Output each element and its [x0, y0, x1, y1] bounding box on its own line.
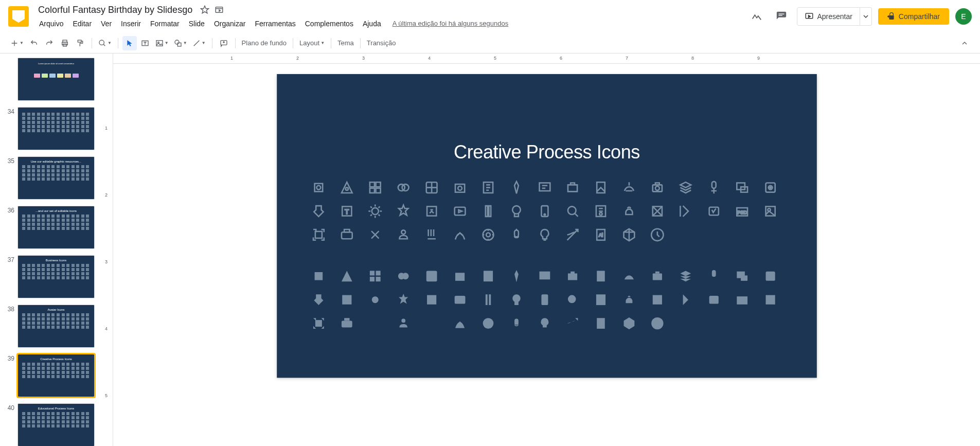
- creative-icon[interactable]: [621, 315, 637, 331]
- creative-icon[interactable]: [452, 315, 468, 331]
- creative-icon[interactable]: [536, 180, 552, 195]
- creative-icon[interactable]: [508, 315, 524, 331]
- document-title[interactable]: Colorful Fantasy Birthday by Slidesgo: [35, 4, 195, 16]
- creative-icon[interactable]: [480, 227, 496, 243]
- creative-icon[interactable]: [395, 203, 411, 219]
- user-avatar[interactable]: E: [955, 8, 972, 25]
- new-slide-button[interactable]: ▼: [8, 36, 26, 50]
- star-icon[interactable]: [200, 5, 210, 15]
- filmstrip[interactable]: Lorem ipsum dolor sit amet consectetur34…: [0, 53, 103, 446]
- menu-insert[interactable]: Inserir: [117, 17, 145, 30]
- creative-icon[interactable]: [621, 227, 637, 243]
- menu-help[interactable]: Ajuda: [359, 17, 385, 30]
- creative-icon[interactable]: [564, 315, 580, 331]
- background-button[interactable]: Plano de fundo: [240, 36, 289, 50]
- creative-icon[interactable]: [536, 227, 552, 243]
- creative-icon[interactable]: [536, 292, 552, 308]
- transition-button[interactable]: Transição: [365, 36, 398, 50]
- creative-icon[interactable]: [762, 180, 778, 195]
- creative-icon[interactable]: [452, 227, 468, 243]
- creative-icon[interactable]: [452, 203, 468, 219]
- creative-icon[interactable]: [395, 292, 411, 308]
- textbox-tool[interactable]: [138, 36, 152, 50]
- move-icon[interactable]: [214, 5, 224, 15]
- menu-file[interactable]: Arquivo: [35, 17, 67, 30]
- slide-thumbnail[interactable]: Educational Process Icons: [17, 403, 95, 446]
- creative-icon[interactable]: [367, 292, 383, 308]
- creative-icon[interactable]: [423, 180, 439, 195]
- slide-thumbnail[interactable]: Use our editable graphic resources...: [17, 156, 95, 200]
- creative-icon[interactable]: [706, 203, 722, 219]
- menu-addons[interactable]: Complementos: [301, 17, 358, 30]
- creative-icon[interactable]: [508, 292, 524, 308]
- creative-icon[interactable]: [452, 268, 468, 284]
- paint-format-button[interactable]: [73, 36, 87, 50]
- canvas-scroll[interactable]: Creative Process Icons TPSDAi TPSDAi: [113, 64, 980, 446]
- creative-icon[interactable]: [367, 203, 383, 219]
- line-tool[interactable]: ▼: [190, 36, 208, 50]
- present-button[interactable]: Apresentar: [797, 7, 860, 26]
- creative-icon[interactable]: [508, 203, 524, 219]
- creative-icon[interactable]: [480, 315, 496, 331]
- slide-thumbnail[interactable]: Lorem ipsum dolor sit amet consectetur: [17, 58, 95, 101]
- creative-icon[interactable]: [395, 180, 411, 195]
- last-edit-link[interactable]: A última edição foi há alguns segundos: [393, 20, 509, 27]
- redo-button[interactable]: [42, 36, 57, 50]
- creative-icon[interactable]: [338, 180, 354, 195]
- creative-icon[interactable]: [480, 180, 496, 195]
- creative-icon[interactable]: [564, 203, 580, 219]
- creative-icon[interactable]: [395, 227, 411, 243]
- creative-icon[interactable]: [367, 180, 383, 195]
- menu-slide[interactable]: Slide: [185, 17, 209, 30]
- menu-format[interactable]: Formatar: [146, 17, 184, 30]
- creative-icon[interactable]: [338, 268, 354, 284]
- print-button[interactable]: [58, 36, 72, 50]
- creative-icon[interactable]: [423, 203, 439, 219]
- creative-icon[interactable]: [706, 292, 722, 308]
- creative-icon[interactable]: PSD: [734, 292, 750, 308]
- slide-thumbnail[interactable]: Business Icons: [17, 255, 95, 298]
- creative-icon[interactable]: [536, 203, 552, 219]
- creative-icon[interactable]: [480, 203, 496, 219]
- creative-icon[interactable]: [564, 268, 580, 284]
- creative-icon[interactable]: [678, 268, 693, 284]
- creative-icon[interactable]: T: [338, 203, 354, 219]
- creative-icon[interactable]: [621, 268, 637, 284]
- creative-icon[interactable]: [649, 268, 665, 284]
- creative-icon[interactable]: [367, 227, 383, 243]
- creative-icon[interactable]: PSD: [734, 203, 750, 219]
- undo-button[interactable]: [27, 36, 41, 50]
- image-tool[interactable]: ▼: [153, 36, 171, 50]
- creative-icon[interactable]: [762, 268, 778, 284]
- creative-icon[interactable]: [423, 292, 439, 308]
- creative-icon[interactable]: [310, 180, 326, 195]
- comments-icon[interactable]: [772, 7, 791, 26]
- slides-logo[interactable]: [8, 6, 29, 27]
- collapse-toolbar-icon[interactable]: [957, 36, 972, 50]
- menu-view[interactable]: Ver: [97, 17, 116, 30]
- creative-icon[interactable]: [508, 268, 524, 284]
- creative-icon[interactable]: [678, 180, 693, 195]
- creative-icon[interactable]: [367, 315, 383, 331]
- present-dropdown[interactable]: [860, 7, 872, 26]
- creative-icon[interactable]: [706, 268, 722, 284]
- creative-icon[interactable]: [762, 203, 778, 219]
- creative-icon[interactable]: [734, 180, 750, 195]
- creative-icon[interactable]: [536, 315, 552, 331]
- menu-tools[interactable]: Ferramentas: [251, 17, 299, 30]
- creative-icon[interactable]: [423, 268, 439, 284]
- creative-icon[interactable]: [310, 268, 326, 284]
- select-tool[interactable]: [122, 36, 137, 50]
- creative-icon[interactable]: [649, 292, 665, 308]
- creative-icon[interactable]: [649, 180, 665, 195]
- creative-icon[interactable]: [649, 315, 665, 331]
- creative-icon[interactable]: [338, 315, 354, 331]
- creative-icon[interactable]: [564, 180, 580, 195]
- creative-icon[interactable]: Ai: [593, 227, 609, 243]
- creative-icon[interactable]: [564, 227, 580, 243]
- slide-canvas[interactable]: Creative Process Icons TPSDAi TPSDAi: [277, 74, 817, 378]
- creative-icon[interactable]: [452, 180, 468, 195]
- creative-icon[interactable]: [338, 227, 354, 243]
- creative-icon[interactable]: [480, 268, 496, 284]
- zoom-button[interactable]: ▼: [96, 36, 114, 50]
